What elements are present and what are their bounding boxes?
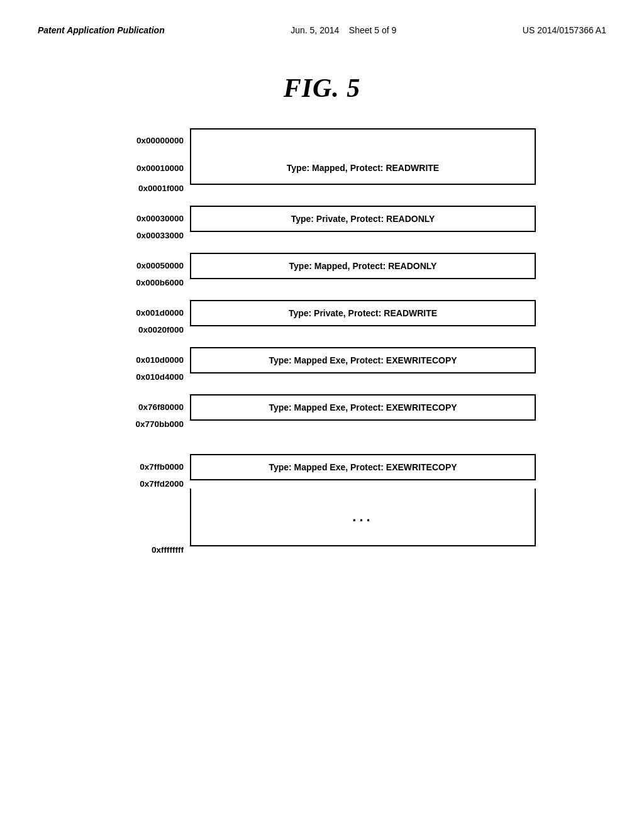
seg5-close-box <box>190 372 536 374</box>
seg5-top-box: Type: Mapped Exe, Protect: EXEWRITECOPY <box>190 347 536 372</box>
segment-5-top-row: 0x010d0000 Type: Mapped Exe, Protect: EX… <box>108 347 536 372</box>
header-publication-label: Patent Application Publication <box>38 25 165 35</box>
seg4-label: Type: Private, Protect: READWRITE <box>286 305 440 321</box>
addr-0x00050000: 0x00050000 <box>108 253 190 278</box>
addr-0x010d0000: 0x010d0000 <box>108 347 190 372</box>
header-date: Jun. 5, 2014 <box>291 25 339 35</box>
segment-6: 0x76f80000 Type: Mapped Exe, Protect: EX… <box>108 394 536 429</box>
segment-7-bot-row: 0x7ffd2000 <box>108 479 536 489</box>
addr-0x00000000: 0x00000000 <box>108 128 190 152</box>
header-sheet: Sheet 5 of 9 <box>349 25 397 35</box>
addr-0x770bb000: 0x770bb000 <box>108 419 190 429</box>
segment-3: 0x00050000 Type: Mapped, Protect: READON… <box>108 253 536 287</box>
addr-0x00010000: 0x00010000 <box>108 152 190 184</box>
gap-5 <box>108 382 536 394</box>
seg3-label: Type: Mapped, Protect: READONLY <box>286 258 440 274</box>
memory-diagram: 0x00000000 0x00010000 Type: Mapped, Prot… <box>108 128 536 555</box>
header-patent-number: US 2014/0157366 A1 <box>523 25 606 35</box>
final-row: 0xffffffff <box>108 545 536 555</box>
seg6-close-box <box>190 419 536 421</box>
gap-6 <box>108 429 536 454</box>
segment-2-bot-row: 0x00033000 <box>108 231 536 240</box>
ellipsis-box: ... <box>190 489 536 545</box>
seg2-top-box: Type: Private, Protect: READONLY <box>190 206 536 231</box>
addr-0xffffffff: 0xffffffff <box>108 545 190 555</box>
segment-4: 0x001d0000 Type: Private, Protect: READW… <box>108 300 536 335</box>
segment-6-top-row: 0x76f80000 Type: Mapped Exe, Protect: EX… <box>108 394 536 419</box>
segment-1-close-row: 0x0001f000 <box>108 184 536 193</box>
seg6-label: Type: Mapped Exe, Protect: EXEWRITECOPY <box>265 399 460 416</box>
segment-5-bot-row: 0x010d4000 <box>108 372 536 382</box>
gap-3 <box>108 287 536 300</box>
gap-2 <box>108 240 536 253</box>
segment-7-top-row: 0x7ffb0000 Type: Mapped Exe, Protect: EX… <box>108 454 536 479</box>
header-date-sheet: Jun. 5, 2014 Sheet 5 of 9 <box>291 25 396 35</box>
addr-0x0020f000: 0x0020f000 <box>108 325 190 335</box>
segment-1-top-row: 0x00000000 <box>108 128 536 152</box>
seg4-close-box <box>190 325 536 326</box>
seg5-label: Type: Mapped Exe, Protect: EXEWRITECOPY <box>265 352 460 368</box>
seg7-label: Type: Mapped Exe, Protect: EXEWRITECOPY <box>265 459 460 475</box>
seg3-top-box: Type: Mapped, Protect: READONLY <box>190 253 536 278</box>
addr-0x010d4000: 0x010d4000 <box>108 372 190 382</box>
segment-3-top-row: 0x00050000 Type: Mapped, Protect: READON… <box>108 253 536 278</box>
final-close-box <box>190 545 536 546</box>
addr-0x001d0000: 0x001d0000 <box>108 300 190 325</box>
segment-6-bot-row: 0x770bb000 <box>108 419 536 429</box>
seg2-close-box <box>190 231 536 232</box>
seg1-label: Type: Mapped, Protect: READWRITE <box>284 160 442 176</box>
page-header: Patent Application Publication Jun. 5, 2… <box>38 25 606 35</box>
addr-0x000b6000: 0x000b6000 <box>108 278 190 287</box>
seg7-top-box: Type: Mapped Exe, Protect: EXEWRITECOPY <box>190 454 536 479</box>
gap-4 <box>108 335 536 347</box>
segment-2: 0x00030000 Type: Private, Protect: READO… <box>108 206 536 240</box>
addr-0x7ffb0000: 0x7ffb0000 <box>108 454 190 479</box>
addr-0x00033000: 0x00033000 <box>108 231 190 240</box>
seg7-close-box <box>190 479 536 480</box>
ellipsis-text: ... <box>352 509 373 525</box>
seg2-label: Type: Private, Protect: READONLY <box>288 211 438 227</box>
addr-0x0001f000: 0x0001f000 <box>108 184 190 193</box>
segment-3-bot-row: 0x000b6000 <box>108 278 536 287</box>
seg6-top-box: Type: Mapped Exe, Protect: EXEWRITECOPY <box>190 394 536 419</box>
page: Patent Application Publication Jun. 5, 2… <box>0 0 644 830</box>
segment-1: 0x00000000 0x00010000 Type: Mapped, Prot… <box>108 128 536 193</box>
seg3-close-box <box>190 278 536 279</box>
addr-0x7ffd2000: 0x7ffd2000 <box>108 479 190 489</box>
seg1-label-box: Type: Mapped, Protect: READWRITE <box>190 152 536 184</box>
segment-1-bot-row: 0x00010000 Type: Mapped, Protect: READWR… <box>108 152 536 184</box>
segment-4-bot-row: 0x0020f000 <box>108 325 536 335</box>
addr-0x00030000: 0x00030000 <box>108 206 190 231</box>
segment-4-top-row: 0x001d0000 Type: Private, Protect: READW… <box>108 300 536 325</box>
segment-5: 0x010d0000 Type: Mapped Exe, Protect: EX… <box>108 347 536 382</box>
seg1-top-box <box>190 128 536 152</box>
seg1-close-box <box>190 184 536 185</box>
segment-2-top-row: 0x00030000 Type: Private, Protect: READO… <box>108 206 536 231</box>
seg4-top-box: Type: Private, Protect: READWRITE <box>190 300 536 325</box>
ellipsis-section: ... <box>108 489 536 545</box>
figure-title: FIG. 5 <box>38 73 606 103</box>
segment-7: 0x7ffb0000 Type: Mapped Exe, Protect: EX… <box>108 454 536 489</box>
addr-0x76f80000: 0x76f80000 <box>108 394 190 419</box>
gap-1 <box>108 193 536 206</box>
addr-empty-ellipsis <box>108 489 190 545</box>
